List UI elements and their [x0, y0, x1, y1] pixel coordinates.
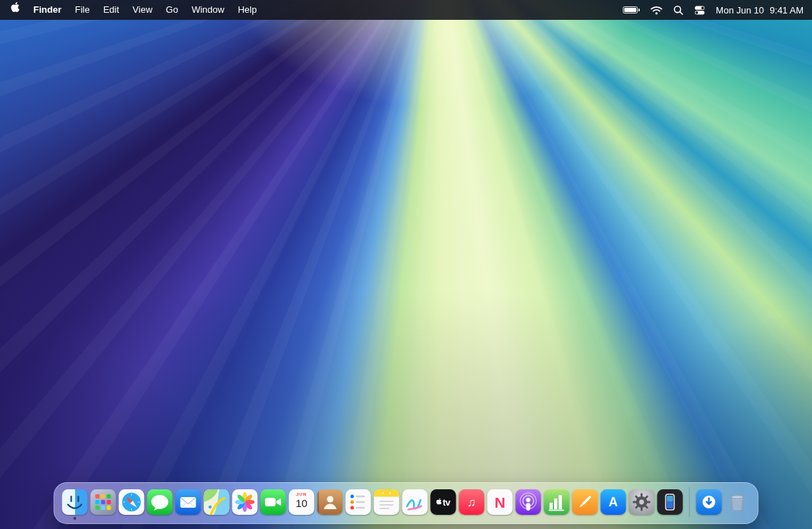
- apple-logo-small-icon: [436, 498, 442, 505]
- podcasts-icon: [516, 489, 541, 515]
- pages-icon: [573, 489, 598, 515]
- menu-go[interactable]: Go: [166, 0, 178, 20]
- dock-mail[interactable]: [176, 489, 201, 515]
- dock-appstore[interactable]: A: [601, 489, 626, 515]
- wifi-icon[interactable]: [650, 6, 662, 15]
- dock-news[interactable]: N: [487, 489, 513, 515]
- facetime-icon: [261, 489, 286, 515]
- music-note-glyph: ♫: [467, 496, 476, 508]
- iphone-mirroring-icon: [658, 489, 683, 515]
- calendar-day-label: 10: [295, 498, 308, 508]
- clock-time: 9:41 AM: [769, 5, 803, 16]
- appstore-letter-glyph: A: [609, 496, 618, 508]
- dock-freeform[interactable]: [402, 489, 428, 515]
- tv-label: tv: [443, 498, 451, 507]
- finder-icon: [62, 489, 88, 515]
- running-indicator: [74, 517, 77, 520]
- dock-iphone-mirroring[interactable]: [658, 489, 683, 515]
- menu-bar: Finder File Edit View Go Window Help M: [0, 0, 812, 20]
- apple-menu[interactable]: [11, 0, 20, 20]
- photos-icon: [232, 489, 258, 515]
- dock-podcasts[interactable]: [516, 489, 541, 515]
- notes-icon: [374, 489, 400, 515]
- menu-app-name[interactable]: Finder: [33, 0, 62, 20]
- dock-finder[interactable]: [62, 489, 88, 515]
- apple-logo-icon: [11, 0, 20, 20]
- freeform-icon: [402, 489, 428, 515]
- dock-photos[interactable]: [232, 489, 258, 515]
- trash-icon: [725, 489, 750, 515]
- battery-nub: [638, 9, 640, 11]
- menu-edit[interactable]: Edit: [103, 0, 119, 20]
- dock-calendar[interactable]: JUN 10: [289, 489, 315, 515]
- appstore-icon: A: [601, 489, 626, 515]
- downloads-icon: [697, 489, 722, 515]
- news-icon: N: [487, 489, 513, 515]
- appletv-icon: tv: [431, 489, 456, 515]
- dock-notes[interactable]: [374, 489, 400, 515]
- battery-body: [623, 6, 638, 13]
- control-center-icon[interactable]: [694, 5, 705, 16]
- menu-clock[interactable]: Mon Jun 10 9:41 AM: [716, 5, 803, 16]
- dock-separator: [689, 487, 690, 517]
- settings-gear-icon: [629, 489, 655, 515]
- wallpaper-ray-streaks: [0, 0, 812, 529]
- dock-maps[interactable]: [204, 489, 230, 515]
- desktop: Finder File Edit View Go Window Help M: [0, 0, 812, 529]
- safari-icon: [119, 489, 145, 515]
- dock-messages[interactable]: [147, 489, 173, 515]
- messages-icon: [147, 489, 173, 515]
- spotlight-icon[interactable]: [673, 5, 684, 16]
- dock-downloads[interactable]: [697, 489, 722, 515]
- dock-launchpad[interactable]: [91, 489, 116, 515]
- reminders-icon: [346, 489, 371, 515]
- menu-view[interactable]: View: [132, 0, 152, 20]
- menu-bar-left: Finder File Edit View Go Window Help: [0, 0, 256, 20]
- music-icon: ♫: [459, 489, 485, 515]
- menu-window[interactable]: Window: [191, 0, 224, 20]
- menu-file[interactable]: File: [75, 0, 90, 20]
- dock-pages[interactable]: [573, 489, 598, 515]
- news-letter-glyph: N: [495, 495, 505, 510]
- dock-facetime[interactable]: [261, 489, 286, 515]
- numbers-icon: [544, 489, 570, 515]
- calendar-icon: JUN 10: [289, 489, 315, 515]
- dock-trash[interactable]: [725, 489, 750, 515]
- calendar-month-label: JUN: [296, 492, 307, 496]
- dock-numbers[interactable]: [544, 489, 570, 515]
- menu-help[interactable]: Help: [238, 0, 257, 20]
- dock-music[interactable]: ♫: [459, 489, 485, 515]
- wallpaper-shading: [0, 0, 812, 529]
- clock-date: Mon Jun 10: [716, 5, 764, 16]
- battery-icon[interactable]: [623, 6, 640, 13]
- contacts-icon: [317, 489, 343, 515]
- mail-icon: [176, 489, 201, 515]
- dock-contacts[interactable]: [317, 489, 343, 515]
- dock-reminders[interactable]: [346, 489, 371, 515]
- dock-safari[interactable]: [119, 489, 145, 515]
- launchpad-icon: [91, 489, 116, 515]
- dock: JUN 10: [54, 482, 759, 524]
- menu-bar-status-area: Mon Jun 10 9:41 AM: [623, 5, 812, 16]
- dock-tv[interactable]: tv: [431, 489, 456, 515]
- maps-icon: [204, 489, 230, 515]
- dock-system-settings[interactable]: [629, 489, 655, 515]
